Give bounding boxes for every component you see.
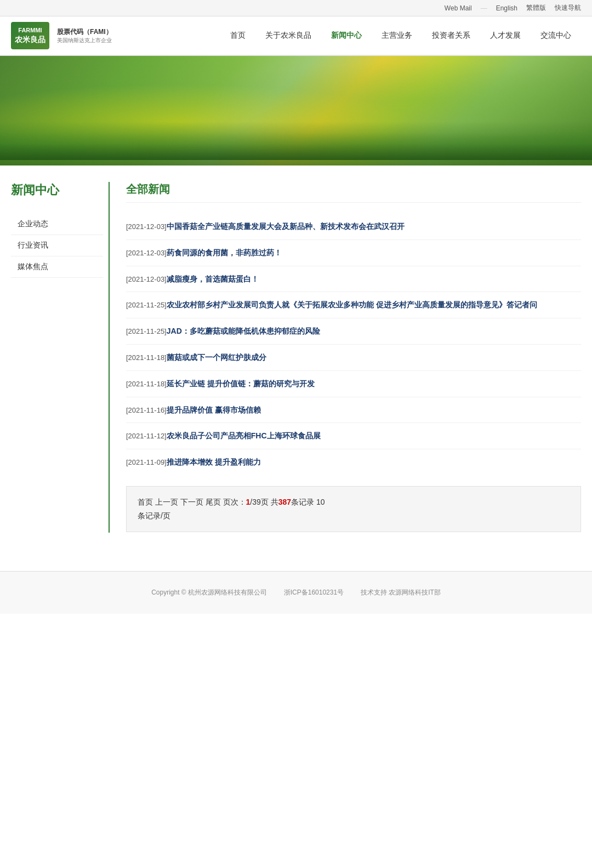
webmail-link[interactable]: Web Mail — [445, 4, 472, 12]
news-item-3: [2021-11-25]农业农村部乡村产业发展司负责人就《关于拓展农业多种功能 … — [126, 292, 581, 318]
stock-info: 股票代码（FAMI） 美国纳斯达克上市企业 — [57, 27, 112, 44]
banner-trees — [0, 105, 592, 160]
nav-business[interactable]: 主营业务 — [372, 26, 422, 45]
farmmi-logo-image: FARMMI 农米良品 — [11, 22, 49, 49]
nav-talent[interactable]: 人才发展 — [480, 26, 531, 45]
sidebar: 新闻中心 企业动态 行业资讯 媒体焦点 — [11, 182, 110, 533]
news-item-0: [2021-12-03]中国香菇全产业链高质量发展大会及新品种、新技术发布会在武… — [126, 214, 581, 240]
news-link-3[interactable]: 农业农村部乡村产业发展司负责人就《关于拓展农业多种功能 促进乡村产业高质量发展的… — [167, 300, 537, 309]
news-link-5[interactable]: 菌菇或成下一个网红护肤成分 — [167, 353, 266, 362]
news-date-6: [2021-11-18] — [126, 380, 167, 388]
news-link-2[interactable]: 减脂瘦身，首选菌菇蛋白！ — [167, 275, 259, 283]
news-date-4: [2021-11-25] — [126, 327, 167, 335]
news-date-1: [2021-12-03] — [126, 249, 167, 257]
hero-banner — [0, 56, 592, 165]
pagination-first[interactable]: 首页 — [138, 498, 153, 506]
sidebar-title: 新闻中心 — [11, 182, 103, 203]
news-item-2: [2021-12-03]减脂瘦身，首选菌菇蛋白！ — [126, 266, 581, 293]
footer-icp[interactable]: 浙ICP备16010231号 — [284, 589, 344, 596]
news-link-0[interactable]: 中国香菇全产业链高质量发展大会及新品种、新技术发布会在武汉召开 — [167, 222, 405, 231]
pagination-per-page: 10 — [316, 498, 325, 506]
separator: — — [481, 4, 487, 12]
news-item-6: [2021-11-18]延长产业链 提升价值链：蘑菇的研究与开发 — [126, 371, 581, 397]
news-list: [2021-12-03]中国香菇全产业链高质量发展大会及新品种、新技术发布会在武… — [126, 214, 581, 475]
news-date-9: [2021-11-09] — [126, 458, 167, 466]
footer: Copyright © 杭州农源网络科技有限公司 浙ICP备16010231号 … — [0, 571, 592, 614]
news-item-8: [2021-11-12]农米良品子公司产品亮相FHC上海环球食品展 — [126, 423, 581, 449]
sidebar-item-industry[interactable]: 行业资讯 — [11, 235, 103, 256]
news-link-9[interactable]: 推进降本增效 提升盈利能力 — [167, 458, 261, 466]
stock-ticker: 股票代码（FAMI） — [57, 27, 112, 37]
pagination-last[interactable]: 尾页 — [206, 498, 221, 506]
footer-spacer2 — [345, 589, 358, 596]
pagination-next[interactable]: 下一页 — [180, 498, 203, 506]
footer-copyright: Copyright © 杭州农源网络科技有限公司 — [151, 589, 267, 596]
pagination-prev[interactable]: 上一页 — [155, 498, 178, 506]
news-date-8: [2021-11-12] — [126, 432, 167, 440]
logo-area: FARMMI 农米良品 股票代码（FAMI） 美国纳斯达克上市企业 — [11, 22, 153, 49]
nav-investors[interactable]: 投资者关系 — [422, 26, 480, 45]
pagination-total-records: 387 — [278, 498, 291, 506]
pagination-page-label: 页次： — [223, 498, 246, 506]
footer-tech: 技术支持 农源网络科技IT部 — [361, 589, 441, 596]
nav-home[interactable]: 首页 — [220, 26, 255, 45]
nav-news[interactable]: 新闻中心 — [321, 26, 372, 45]
pagination-total-label: 共 — [271, 498, 278, 506]
news-section-title: 全部新闻 — [126, 182, 581, 203]
news-link-6[interactable]: 延长产业链 提升价值链：蘑菇的研究与开发 — [167, 379, 315, 388]
pagination-records-unit: 条记录 — [291, 498, 314, 506]
news-link-7[interactable]: 提升品牌价值 赢得市场信赖 — [167, 406, 261, 414]
main-nav: 首页 关于农米良品 新闻中心 主营业务 投资者关系 人才发展 交流中心 — [220, 26, 581, 45]
traditional-link[interactable]: 繁體版 — [526, 3, 546, 13]
sidebar-nav: 企业动态 行业资讯 媒体焦点 — [11, 214, 103, 278]
pagination-page-unit: 页 — [261, 498, 269, 506]
quicknav-link[interactable]: 快速导航 — [555, 3, 581, 13]
nav-about[interactable]: 关于农米良品 — [255, 26, 321, 45]
news-item-1: [2021-12-03]药食同源的食用菌，非药胜过药！ — [126, 240, 581, 266]
header: FARMMI 农米良品 股票代码（FAMI） 美国纳斯达克上市企业 首页 关于农… — [0, 16, 592, 56]
news-item-9: [2021-11-09]推进降本增效 提升盈利能力 — [126, 449, 581, 475]
news-link-1[interactable]: 药食同源的食用菌，非药胜过药！ — [167, 248, 282, 257]
news-date-7: [2021-11-16] — [126, 406, 167, 414]
news-date-3: [2021-11-25] — [126, 301, 167, 309]
news-date-5: [2021-11-18] — [126, 353, 167, 362]
english-link[interactable]: English — [496, 4, 517, 12]
pagination-total-pages: 39 — [252, 498, 261, 506]
news-content: 全部新闻 [2021-12-03]中国香菇全产业链高质量发展大会及新品种、新技术… — [110, 182, 581, 533]
news-date-2: [2021-12-03] — [126, 275, 167, 283]
sidebar-item-company[interactable]: 企业动态 — [11, 214, 103, 235]
news-link-4[interactable]: JAD：多吃蘑菇或能降低机体患抑郁症的风险 — [167, 327, 320, 335]
news-item-4: [2021-11-25]JAD：多吃蘑菇或能降低机体患抑郁症的风险 — [126, 318, 581, 345]
top-bar: Web Mail — English 繁體版 快速导航 — [0, 0, 592, 16]
pagination: 首页 上一页 下一页 尾页 页次：1/39页 共387条记录 10 条记录/页 — [126, 486, 581, 532]
news-item-7: [2021-11-16]提升品牌价值 赢得市场信赖 — [126, 397, 581, 424]
nav-exchange[interactable]: 交流中心 — [531, 26, 581, 45]
news-link-8[interactable]: 农米良品子公司产品亮相FHC上海环球食品展 — [167, 431, 321, 440]
news-item-5: [2021-11-18]菌菇或成下一个网红护肤成分 — [126, 345, 581, 371]
sidebar-item-media[interactable]: 媒体焦点 — [11, 256, 103, 278]
news-date-0: [2021-12-03] — [126, 222, 167, 231]
pagination-per-page-unit: 条记录/页 — [138, 511, 170, 520]
footer-spacer1 — [269, 589, 282, 596]
stock-exchange: 美国纳斯达克上市企业 — [57, 37, 112, 44]
main-container: 新闻中心 企业动态 行业资讯 媒体焦点 全部新闻 [2021-12-03]中国香… — [0, 165, 592, 549]
